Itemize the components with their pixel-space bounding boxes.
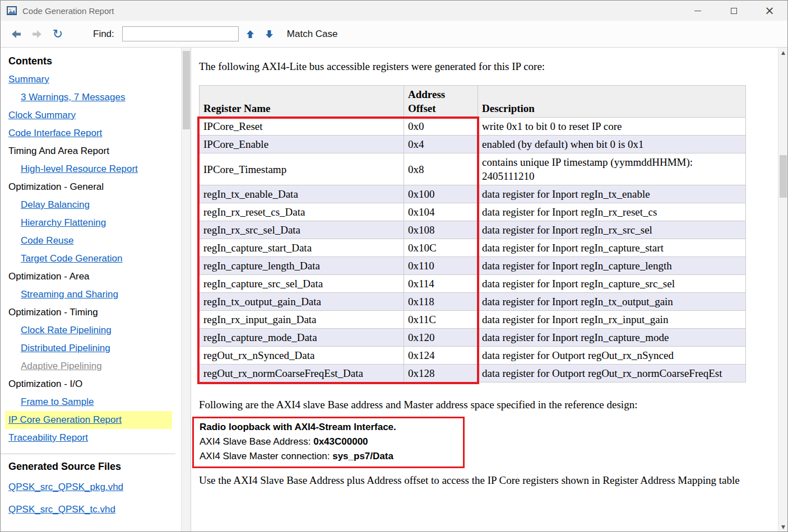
sidebar-item-label: Optimization - Timing <box>8 307 98 318</box>
window-controls: × <box>680 1 787 21</box>
sidebar-item-code-interface-report[interactable]: Code Interface Report <box>8 124 181 142</box>
sidebar-item-adaptive-pipelining[interactable]: Adaptive Pipelining <box>8 357 181 375</box>
sidebar-item-optimization-general: Optimization - General <box>8 178 181 196</box>
address-offset-cell: 0x110 <box>404 257 478 275</box>
register-name-cell: regIn_rx_input_gain_Data <box>200 311 404 329</box>
sidebar-item-label: Timing And Area Report <box>8 146 109 156</box>
sidebar-item-clock-rate-pipelining[interactable]: Clock Rate Pipelining <box>8 321 181 339</box>
sidebar-item-label[interactable]: Distributed Pipelining <box>21 343 110 353</box>
minimize-button[interactable] <box>680 1 716 21</box>
register-name-cell: regOut_rx_nSynced_Data <box>200 347 404 365</box>
sidebar: Contents Summary3 Warnings, 7 MessagesCl… <box>1 48 181 531</box>
sidebar-item-label[interactable]: Frame to Sample <box>21 396 94 407</box>
find-next-button[interactable] <box>262 27 277 41</box>
column-header-address-offset: Address Offset <box>404 86 478 118</box>
register-name-cell: regIn_rx_reset_cs_Data <box>200 203 404 221</box>
sidebar-item-timing-and-area-report: Timing And Area Report <box>8 142 181 160</box>
sidebar-divider <box>1 454 175 454</box>
sidebar-item-label: Optimization - I/O <box>8 379 82 389</box>
sidebar-item-label[interactable]: Clock Summary <box>8 110 76 120</box>
description-cell: enabled (by default) when bit 0 is 0x1 <box>478 136 746 153</box>
titlebar: Code Generation Report × <box>1 1 787 21</box>
sidebar-item-hierarchy-flattening[interactable]: Hierarchy Flattening <box>8 214 181 232</box>
toolbar: ↻ Find: Match Case <box>1 21 787 48</box>
register-name-cell: IPCore_Timestamp <box>200 153 404 185</box>
contents-heading: Contents <box>8 55 181 67</box>
description-cell: data register for Inport regIn_capture_s… <box>478 239 746 257</box>
address-offset-cell: 0x108 <box>404 221 478 239</box>
forward-arrow-icon <box>32 30 42 39</box>
address-offset-cell: 0x8 <box>404 153 478 185</box>
register-name-cell: regIn_tx_output_gain_Data <box>200 293 404 311</box>
sidebar-item-delay-balancing[interactable]: Delay Balancing <box>8 196 181 214</box>
find-previous-button[interactable] <box>243 27 258 41</box>
slave-master-connection-value: sys_ps7/Data <box>332 451 393 461</box>
table-row: regIn_rx_reset_cs_Data0x104data register… <box>200 203 746 221</box>
sidebar-item-frame-to-sample[interactable]: Frame to Sample <box>8 393 181 411</box>
sidebar-item-traceability-report[interactable]: Traceability Report <box>8 429 181 447</box>
description-cell: data register for Inport regIn_rx_reset_… <box>478 203 746 221</box>
sidebar-item-label[interactable]: Target Code Generation <box>21 253 122 264</box>
address-offset-cell: 0x124 <box>404 347 478 365</box>
sidebar-item-label[interactable]: Clock Rate Pipelining <box>21 325 112 335</box>
sidebar-item-optimization-i-o: Optimization - I/O <box>8 375 181 393</box>
find-input[interactable] <box>122 26 239 41</box>
sidebar-item-code-reuse[interactable]: Code Reuse <box>8 232 181 250</box>
sidebar-item-summary[interactable]: Summary <box>8 71 181 88</box>
scroll-up-arrow[interactable]: ▲ <box>778 48 788 57</box>
sidebar-item-distributed-pipelining[interactable]: Distributed Pipelining <box>8 339 181 357</box>
address-offset-cell: 0x104 <box>404 203 478 221</box>
description-cell: data register for Inport regIn_capture_l… <box>478 257 746 275</box>
file-link-label[interactable]: QPSK_src_QPSK_pkg.vhd <box>8 482 123 492</box>
table-row: regIn_rx_input_gain_Data0x11Cdata regist… <box>200 311 746 329</box>
slave-base-address-value: 0x43C00000 <box>313 436 368 447</box>
main-scrollbar-thumb[interactable] <box>780 155 787 198</box>
match-case-toggle[interactable]: Match Case <box>287 29 338 40</box>
sidebar-item-high-level-resource-report[interactable]: High-level Resource Report <box>8 160 181 178</box>
file-link[interactable]: QPSK_src_QPSK_pkg.vhd <box>8 476 181 498</box>
register-table-wrap: Register Name Address Offset Description… <box>199 85 746 382</box>
sidebar-item-label: Optimization - General <box>8 181 104 192</box>
sidebar-item-target-code-generation[interactable]: Target Code Generation <box>8 250 181 268</box>
sidebar-item-label[interactable]: High-level Resource Report <box>21 164 138 174</box>
sidebar-item-clock-summary[interactable]: Clock Summary <box>8 106 181 124</box>
back-button[interactable] <box>7 25 25 43</box>
file-link-label[interactable]: QPSK_src_QPSK_tc.vhd <box>8 504 115 515</box>
sidebar-item-label[interactable]: Code Reuse <box>21 235 74 246</box>
sidebar-item-3-warnings-7-messages[interactable]: 3 Warnings, 7 Messages <box>8 88 181 106</box>
address-offset-cell: 0x118 <box>404 293 478 311</box>
sidebar-item-label[interactable]: 3 Warnings, 7 Messages <box>21 92 125 102</box>
sidebar-item-label[interactable]: Delay Balancing <box>21 199 90 210</box>
sidebar-item-streaming-and-sharing[interactable]: Streaming and Sharing <box>8 286 181 304</box>
table-row: regIn_tx_output_gain_Data0x118data regis… <box>200 293 746 311</box>
forward-button[interactable] <box>28 25 46 43</box>
description-cell: data register for Outport regOut_rx_nSyn… <box>478 347 746 365</box>
sidebar-item-ip-core-generation-report[interactable]: IP Core Generation Report <box>5 411 172 429</box>
maximize-button[interactable] <box>716 1 752 21</box>
sidebar-scrollbar-thumb[interactable] <box>183 51 190 129</box>
sidebar-item-label[interactable]: Code Interface Report <box>8 128 102 138</box>
description-cell: write 0x1 to bit 0 to reset IP core <box>478 118 746 136</box>
sidebar-item-label[interactable]: Streaming and Sharing <box>21 289 118 300</box>
address-info-box: Radio loopback with AXI4-Stream Interfac… <box>192 417 465 468</box>
main-scrollbar: ▲ ▼ <box>778 48 787 531</box>
window-title: Code Generation Report <box>22 6 114 16</box>
file-link[interactable]: QPSK_src_QPSK_tc.vhd <box>8 498 181 521</box>
sidebar-item-label[interactable]: Adaptive Pipelining <box>21 361 102 371</box>
sidebar-item-label: Optimization - Area <box>8 271 90 282</box>
register-name-cell: regIn_capture_mode_Data <box>200 329 404 347</box>
code-generation-report-window: Code Generation Report × ↻ Find: <box>0 0 788 532</box>
column-header-description: Description <box>478 86 746 118</box>
sidebar-item-label[interactable]: IP Core Generation Report <box>8 414 122 425</box>
table-row: regIn_tx_enable_Data0x100data register f… <box>200 185 746 203</box>
sidebar-item-label[interactable]: Summary <box>8 74 49 85</box>
refresh-button[interactable]: ↻ <box>49 25 67 43</box>
table-row: IPCore_Reset0x0write 0x1 to bit 0 to res… <box>200 118 746 136</box>
sidebar-item-label[interactable]: Hierarchy Flattening <box>21 217 106 228</box>
table-row: regIn_rx_src_sel_Data0x108data register … <box>200 221 746 239</box>
close-button[interactable]: × <box>752 1 787 21</box>
sidebar-item-label[interactable]: Traceability Report <box>8 432 88 443</box>
maximize-icon <box>731 8 737 14</box>
scroll-down-arrow[interactable]: ▼ <box>778 522 788 531</box>
description-cell: data register for Inport regIn_tx_output… <box>478 293 746 311</box>
